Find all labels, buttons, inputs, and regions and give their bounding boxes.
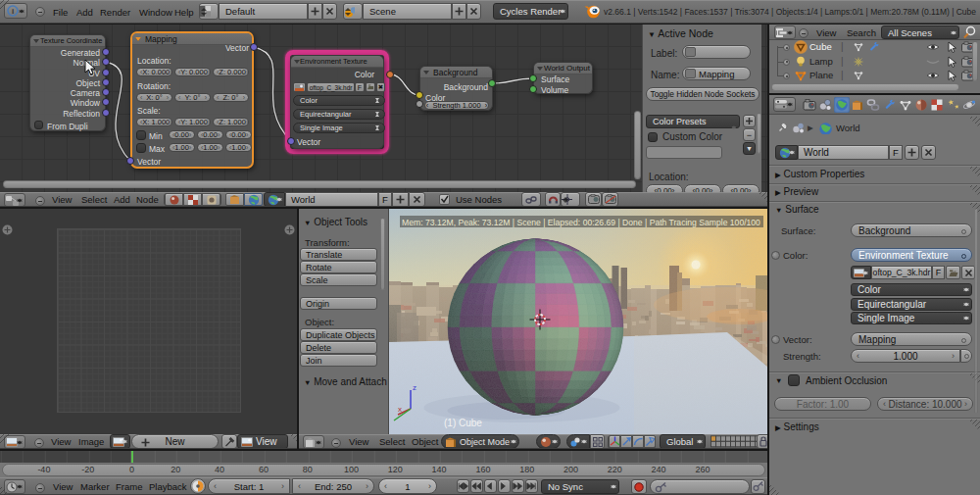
svg-text:i: i [12, 7, 14, 16]
svg-text:z: z [413, 383, 416, 392]
svg-text:(1) Cube: (1) Cube [444, 418, 482, 428]
svg-text:Mem: 73.12M, Peak: 73.12M | Sc: Mem: 73.12M, Peak: 73.12M | Scene | Elap… [402, 218, 760, 227]
svg-text:x: x [398, 405, 402, 414]
